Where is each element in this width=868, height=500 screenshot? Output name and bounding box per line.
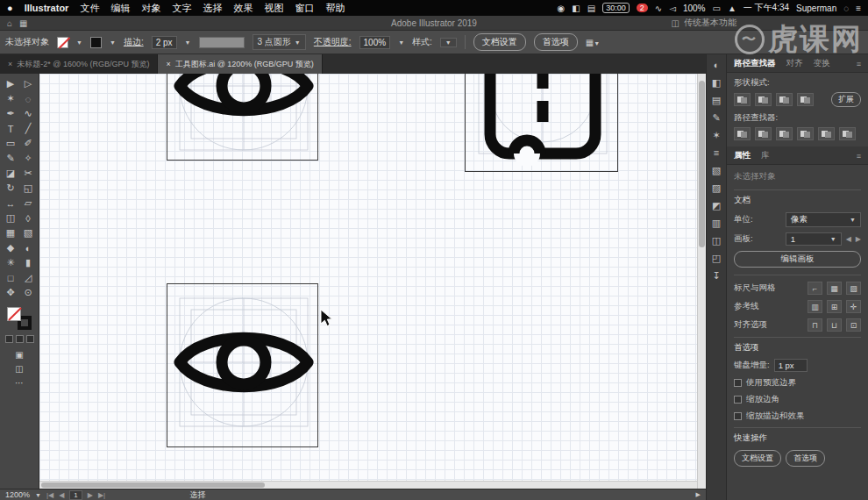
- status-options-icon[interactable]: ▶: [696, 491, 701, 498]
- divide-button[interactable]: [734, 127, 751, 140]
- fill-stroke-indicator[interactable]: [7, 307, 32, 330]
- gradient-panel-icon[interactable]: ▧: [712, 166, 721, 175]
- artboard-tool-icon[interactable]: □: [2, 270, 19, 285]
- quick-document-setup-button[interactable]: 文档设置: [734, 450, 781, 467]
- tab-properties[interactable]: 属性: [734, 150, 751, 161]
- user-name[interactable]: Superman: [796, 4, 836, 13]
- menu-object[interactable]: 对象: [141, 2, 160, 15]
- menu-file[interactable]: 文件: [80, 2, 99, 15]
- color-panel-icon[interactable]: ◐: [714, 61, 720, 70]
- use-preview-bounds-checkbox[interactable]: [734, 379, 742, 387]
- recording-timer[interactable]: 30:00: [602, 3, 630, 13]
- slice-tool-icon[interactable]: ◿: [19, 270, 37, 285]
- layers-panel-icon[interactable]: ◫: [712, 236, 721, 246]
- apple-menu-icon[interactable]: ●: [7, 3, 13, 13]
- outline-button[interactable]: [818, 127, 835, 140]
- artboards-panel-icon[interactable]: ◰: [712, 254, 721, 263]
- hand-tool-icon[interactable]: ✥: [2, 285, 19, 300]
- type-tool-icon[interactable]: T: [2, 121, 19, 136]
- crop-button[interactable]: [797, 127, 814, 140]
- keyboard-icon[interactable]: ▤: [587, 4, 595, 13]
- workspace-name[interactable]: 传统基本功能: [684, 17, 736, 29]
- scale-strokes-effects-checkbox[interactable]: [734, 412, 742, 420]
- vertical-scrollbar-thumb[interactable]: [699, 81, 705, 247]
- edit-toolbar-icon[interactable]: ⋯: [15, 378, 24, 388]
- lasso-tool-icon[interactable]: ◌: [19, 91, 37, 106]
- zoom-level[interactable]: 1200%: [5, 490, 30, 499]
- next-artboard-button[interactable]: ▶: [856, 235, 861, 243]
- width-tool-icon[interactable]: ↔: [2, 196, 19, 211]
- next-artboard-icon[interactable]: ▶: [88, 491, 93, 499]
- smart-guides-button[interactable]: ✛: [846, 300, 861, 313]
- scale-tool-icon[interactable]: ◱: [19, 181, 37, 196]
- scale-corners-checkbox[interactable]: [734, 396, 742, 404]
- notification-badge[interactable]: 2: [637, 4, 648, 12]
- last-artboard-icon[interactable]: ▶|: [98, 491, 105, 499]
- brush-definition-dropdown[interactable]: 3 点圆形▼: [253, 34, 306, 50]
- units-dropdown[interactable]: 像素 ▼: [786, 212, 861, 227]
- bluetooth-icon[interactable]: ∿: [655, 4, 662, 13]
- menu-edit[interactable]: 编辑: [110, 2, 130, 15]
- snap-to-point-button[interactable]: ⊡: [846, 318, 861, 332]
- eraser-tool-icon[interactable]: ◪: [2, 166, 19, 181]
- rulers-toggle-button[interactable]: ⌐: [808, 282, 822, 295]
- menu-window[interactable]: 窗口: [295, 2, 314, 15]
- mesh-tool-icon[interactable]: ▦: [2, 225, 19, 240]
- brushes-panel-icon[interactable]: ✎: [712, 113, 720, 123]
- column-graph-tool-icon[interactable]: ▮: [19, 255, 37, 270]
- tab-transform[interactable]: 变换: [814, 58, 830, 69]
- stroke-panel-icon[interactable]: ≡: [714, 148, 719, 158]
- direct-selection-tool-icon[interactable]: ▷: [19, 76, 37, 91]
- show-guides-button[interactable]: ▥: [808, 300, 822, 313]
- curvature-tool-icon[interactable]: ∿: [19, 106, 37, 121]
- tab-align[interactable]: 对齐: [786, 58, 803, 69]
- draw-normal-icon[interactable]: ▣: [15, 350, 23, 360]
- minus-front-button[interactable]: [755, 93, 772, 106]
- trim-button[interactable]: [755, 127, 772, 140]
- opacity-value[interactable]: 100%: [359, 36, 391, 49]
- minus-back-button[interactable]: [839, 127, 856, 140]
- menu-effect[interactable]: 效果: [233, 2, 253, 15]
- artboard-eye-main[interactable]: [167, 283, 318, 447]
- artboard-ticket[interactable]: [465, 74, 618, 172]
- pen-tool-icon[interactable]: ✒: [2, 106, 19, 121]
- stroke-weight-value[interactable]: 2 px: [152, 36, 177, 49]
- graphic-styles-panel-icon[interactable]: ▥: [712, 218, 721, 228]
- gradient-button[interactable]: [16, 335, 24, 343]
- expand-button[interactable]: 扩展: [831, 92, 861, 107]
- magic-wand-tool-icon[interactable]: ✶: [2, 91, 19, 106]
- rotate-tool-icon[interactable]: ↻: [2, 181, 19, 196]
- artboard-navigation-value[interactable]: 1: [69, 490, 82, 500]
- symbol-sprayer-tool-icon[interactable]: ✳: [2, 255, 19, 270]
- intersect-button[interactable]: [776, 93, 793, 106]
- free-transform-tool-icon[interactable]: ▱: [19, 196, 37, 211]
- menu-type[interactable]: 文字: [172, 2, 191, 15]
- panel-menu-icon[interactable]: ≡: [857, 60, 861, 68]
- horizontal-scrollbar[interactable]: [39, 481, 697, 489]
- fill-caret-icon[interactable]: ▼: [76, 39, 82, 46]
- workspace-menu-icon[interactable]: ▦▼: [586, 38, 600, 47]
- color-guide-panel-icon[interactable]: ◧: [712, 78, 721, 88]
- preferences-button[interactable]: 首选项: [534, 33, 578, 51]
- menu-help[interactable]: 帮助: [325, 2, 345, 15]
- vertical-scrollbar[interactable]: [697, 74, 706, 489]
- selection-tool-icon[interactable]: ▶: [2, 76, 19, 91]
- artboard-dropdown[interactable]: 1 ▼: [786, 232, 842, 246]
- symbols-panel-icon[interactable]: ✶: [712, 131, 720, 140]
- exclude-button[interactable]: [797, 93, 814, 106]
- document-setup-button[interactable]: 文档设置: [473, 33, 526, 51]
- swatches-panel-icon[interactable]: ▤: [712, 96, 721, 105]
- artboard-eye-top[interactable]: [167, 74, 318, 161]
- gradient-tool-icon[interactable]: ▧: [19, 225, 37, 240]
- stroke-swatch[interactable]: [90, 37, 102, 48]
- fill-swatch[interactable]: [57, 37, 68, 48]
- unite-button[interactable]: [734, 93, 751, 106]
- tab-libraries[interactable]: 库: [761, 150, 770, 161]
- appearance-panel-icon[interactable]: ◩: [712, 201, 721, 211]
- zoom-caret-icon[interactable]: ▼: [35, 492, 41, 498]
- opacity-caret-icon[interactable]: ▼: [398, 39, 404, 46]
- eyedropper-tool-icon[interactable]: ◆: [2, 240, 19, 255]
- notification-center-icon[interactable]: ≡: [856, 4, 861, 13]
- blend-tool-icon[interactable]: ◐: [19, 240, 37, 255]
- transparency-grid-button[interactable]: ▨: [846, 282, 861, 295]
